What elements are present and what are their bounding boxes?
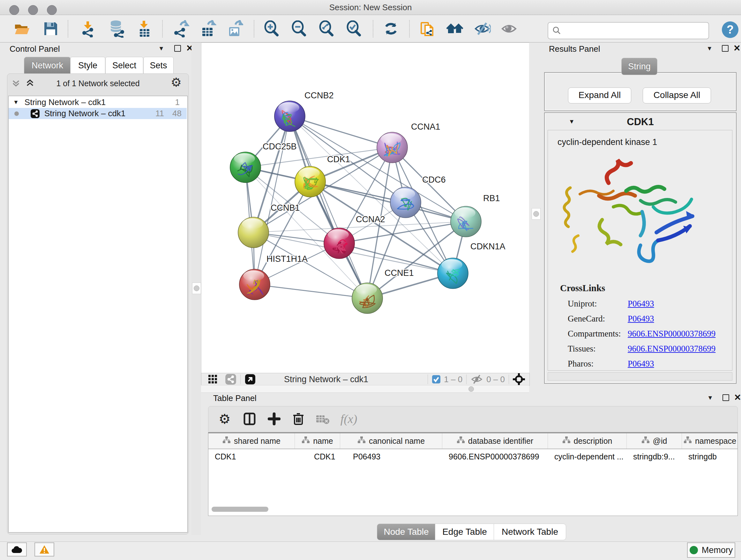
column-header-database-identifier[interactable]: database identifier: [442, 433, 548, 449]
export-network-icon: [172, 20, 190, 37]
network-canvas[interactable]: CCNB2CCNA1CDC25BCDK1CDC6RB1CCNB1CCNA2CDK…: [201, 43, 530, 374]
table-cell[interactable]: stringdb: [682, 449, 738, 464]
column-header--id[interactable]: @id: [627, 433, 682, 449]
results-panel-float-icon[interactable]: ▼: [706, 45, 713, 52]
network-node-CDKN1A[interactable]: CDKN1A: [437, 242, 506, 289]
node-table[interactable]: shared namenamecanonical namedatabase id…: [208, 432, 738, 516]
hide-selected-button[interactable]: [473, 19, 491, 38]
table-row[interactable]: CDK1CDK1P064939606.ENSP00000378699cyclin…: [208, 449, 738, 464]
birdseye-view-icon[interactable]: [245, 374, 256, 385]
network-options-gear-icon[interactable]: ⚙: [171, 75, 182, 89]
table-settings-gear-icon[interactable]: ⚙: [219, 411, 231, 427]
left-splitter[interactable]: [192, 43, 201, 535]
first-neighbors-button[interactable]: [446, 19, 464, 38]
import-network-file-button[interactable]: [79, 19, 98, 38]
zoom-selected-button[interactable]: [345, 19, 363, 38]
network-node-RB1[interactable]: RB1: [451, 193, 500, 237]
refresh-button[interactable]: [382, 19, 400, 38]
results-panel-close-icon[interactable]: ✕: [733, 45, 741, 51]
memory-status-button[interactable]: Memory: [687, 543, 735, 558]
splitter-handle[interactable]: [192, 283, 201, 294]
import-network-database-button[interactable]: [107, 19, 126, 38]
open-session-button[interactable]: [13, 19, 31, 38]
table-cell[interactable]: cyclin-dependent ...: [548, 449, 627, 464]
copy-network-button[interactable]: [418, 19, 436, 38]
network-node-CCNB2[interactable]: CCNB2: [274, 91, 334, 132]
save-session-button[interactable]: [42, 19, 60, 38]
right-splitter[interactable]: [529, 43, 544, 385]
tab-network[interactable]: Network: [24, 57, 71, 74]
network-edge[interactable]: [310, 182, 466, 222]
compartments-link[interactable]: 9606.ENSP00000378699: [628, 329, 716, 338]
gene-collapse-caret-icon[interactable]: ▼: [569, 118, 575, 125]
table-cell[interactable]: P06493: [340, 449, 442, 464]
network-row-selected[interactable]: String Network – cdk1 11 48: [9, 108, 187, 119]
zoom-in-button[interactable]: [262, 19, 281, 38]
zoom-fit-button[interactable]: [317, 19, 336, 38]
grid-view-icon[interactable]: [208, 374, 218, 384]
table-cell[interactable]: CDK1: [208, 449, 295, 464]
function-builder-button[interactable]: f(x): [340, 412, 357, 426]
table-panel-float-icon[interactable]: ▼: [707, 394, 713, 401]
results-scrollbar[interactable]: [548, 372, 732, 381]
table-cell[interactable]: 9606.ENSP00000378699: [442, 449, 548, 464]
zoom-out-button[interactable]: [290, 19, 308, 38]
show-columns-icon[interactable]: [244, 413, 256, 425]
splitter-handle[interactable]: [468, 386, 474, 392]
table-header-row: shared namenamecanonical namedatabase id…: [208, 433, 738, 449]
warnings-button[interactable]: [35, 543, 54, 557]
table-panel-splitter[interactable]: [201, 385, 529, 393]
add-column-icon[interactable]: [268, 413, 280, 425]
cloud-status-button[interactable]: [7, 543, 27, 557]
splitter-handle[interactable]: [532, 208, 541, 220]
column-header-namespace[interactable]: namespace: [682, 433, 738, 449]
tab-edge-table[interactable]: Edge Table: [435, 523, 494, 540]
genecard-link[interactable]: P06493: [628, 314, 654, 323]
pharos-link[interactable]: P06493: [628, 359, 654, 368]
control-panel-float-icon[interactable]: ▼: [158, 45, 164, 52]
uniprot-link[interactable]: P06493: [628, 299, 654, 308]
tab-style[interactable]: Style: [70, 57, 105, 74]
help-button[interactable]: ?: [722, 21, 738, 38]
column-header-canonical-name[interactable]: canonical name: [340, 433, 442, 449]
expand-all-button[interactable]: Expand All: [568, 87, 631, 104]
column-header-description[interactable]: description: [548, 433, 627, 449]
toolbar-separator: [466, 374, 467, 384]
export-image-button[interactable]: [225, 19, 244, 38]
column-header-shared-name[interactable]: shared name: [208, 433, 295, 449]
control-panel-maximize-icon[interactable]: [174, 45, 181, 52]
export-network-button[interactable]: [172, 19, 190, 38]
tab-select[interactable]: Select: [105, 57, 143, 74]
results-panel-maximize-icon[interactable]: [722, 45, 729, 52]
export-table-button[interactable]: [199, 19, 217, 38]
network-edge[interactable]: [290, 116, 392, 147]
horizontal-scrollbar-thumb[interactable]: [212, 507, 268, 512]
warning-icon: [39, 545, 50, 554]
tab-string[interactable]: String: [621, 58, 657, 75]
tab-node-table[interactable]: Node Table: [377, 523, 435, 540]
tissues-link[interactable]: 9606.ENSP00000378699: [628, 344, 716, 354]
table-cell[interactable]: stringdb:9...: [627, 449, 682, 464]
table-cell[interactable]: CDK1: [295, 449, 340, 464]
network-collection-row[interactable]: ▼ String Network – cdk1 1: [9, 97, 187, 108]
selected-checkbox-icon[interactable]: [432, 375, 441, 384]
network-node-CCNA1[interactable]: CCNA1: [377, 122, 441, 163]
table-panel-close-icon[interactable]: ✕: [734, 394, 741, 401]
network-graph[interactable]: CCNB2CCNA1CDC25BCDK1CDC6RB1CCNB1CCNA2CDK…: [201, 43, 529, 373]
network-node-HIST1H1A[interactable]: HIST1H1A: [239, 254, 308, 300]
network-edge[interactable]: [255, 285, 367, 298]
tab-network-table[interactable]: Network Table: [494, 523, 566, 540]
show-all-button[interactable]: [500, 19, 518, 38]
tree-caret-icon[interactable]: ▼: [13, 99, 19, 106]
fit-content-crosshair-icon[interactable]: [513, 373, 525, 385]
network-edge[interactable]: [290, 116, 367, 298]
search-input[interactable]: [565, 25, 709, 36]
import-table-file-button[interactable]: [135, 19, 154, 38]
collapse-all-button[interactable]: Collapse All: [643, 87, 711, 104]
column-header-name[interactable]: name: [295, 433, 340, 449]
delete-column-icon[interactable]: [293, 412, 304, 426]
network-share-toggle-icon[interactable]: [225, 374, 237, 385]
tab-sets[interactable]: Sets: [143, 57, 174, 74]
table-panel-maximize-icon[interactable]: [723, 394, 729, 401]
network-node-CCNE1[interactable]: CCNE1: [352, 268, 414, 314]
